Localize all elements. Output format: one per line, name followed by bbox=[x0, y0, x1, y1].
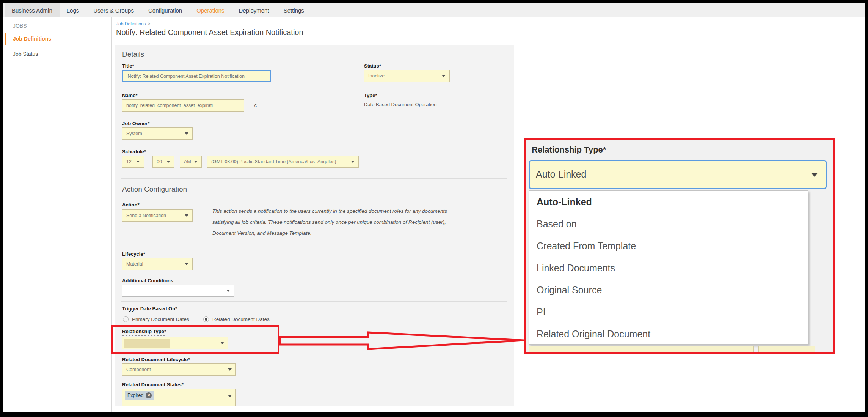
annotation-arrow-icon bbox=[279, 329, 526, 353]
related-lifecycle-label: Related Document Lifecycle* bbox=[122, 357, 190, 362]
caret-down-icon bbox=[351, 161, 355, 163]
caret-down-icon bbox=[136, 161, 140, 163]
nav-tab-operations[interactable]: Operations bbox=[189, 3, 231, 17]
callout-input-value: Auto-Linked bbox=[536, 169, 586, 179]
type-value: Date Based Document Operation bbox=[364, 102, 437, 107]
related-lifecycle-value: Component bbox=[126, 364, 151, 375]
schedule-meridiem-select[interactable]: AM bbox=[180, 156, 202, 168]
title-input[interactable]: Notify: Related Component Asset Expirati… bbox=[122, 70, 271, 82]
name-input-value: notify_related_component_asset_expirati bbox=[126, 100, 213, 111]
nav-tab-settings[interactable]: Settings bbox=[276, 3, 311, 17]
schedule-hour-select[interactable]: 12 bbox=[122, 156, 144, 168]
close-icon[interactable]: ✕ bbox=[146, 392, 152, 398]
section-divider bbox=[121, 301, 507, 302]
action-select-value: Send a Notification bbox=[126, 210, 166, 221]
text-cursor bbox=[127, 73, 127, 79]
section-divider bbox=[121, 178, 507, 179]
caret-down-icon bbox=[228, 395, 232, 397]
chip-label: Expired bbox=[127, 393, 143, 398]
caret-down-icon bbox=[185, 132, 188, 135]
app-window: Business Admin Logs Users & Groups Confi… bbox=[3, 3, 865, 412]
status-select-value: Inactive bbox=[368, 70, 385, 82]
title-input-value: Notify: Related Component Asset Expirati… bbox=[128, 74, 245, 79]
nav-tab-logs[interactable]: Logs bbox=[60, 3, 86, 17]
radio-related-label[interactable]: Related Document Dates bbox=[212, 316, 270, 322]
sidebar-item-job-status[interactable]: Job Status bbox=[13, 51, 38, 57]
type-field-label: Type* bbox=[364, 93, 377, 98]
schedule-minute-select[interactable]: 00 bbox=[152, 156, 174, 168]
schedule-minute-value: 00 bbox=[157, 156, 162, 167]
breadcrumb: Job Definitions> bbox=[116, 21, 151, 27]
selected-state-chip: Expired ✕ bbox=[125, 391, 154, 400]
breadcrumb-link-job-definitions[interactable]: Job Definitions bbox=[116, 21, 146, 27]
action-select[interactable]: Send a Notification bbox=[122, 209, 193, 222]
caret-down-icon bbox=[228, 368, 232, 371]
annotation-highlight-box bbox=[111, 325, 279, 354]
schedule-meridiem-value: AM bbox=[184, 156, 191, 167]
nav-tab-business-admin[interactable]: Business Admin bbox=[5, 3, 60, 17]
top-nav: Business Admin Logs Users & Groups Confi… bbox=[3, 3, 865, 17]
option-linked-documents[interactable]: Linked Documents bbox=[529, 257, 808, 279]
name-field-label: Name* bbox=[122, 93, 137, 98]
callout-relationship-type-input[interactable]: Auto-Linked bbox=[529, 160, 827, 189]
lifecycle-select[interactable]: Material bbox=[122, 258, 193, 270]
job-owner-select-value: System bbox=[126, 128, 142, 139]
sidebar-active-indicator bbox=[5, 33, 6, 45]
action-field-label: Action* bbox=[122, 202, 140, 208]
nav-tab-deployment[interactable]: Deployment bbox=[232, 3, 276, 17]
name-suffix: __c bbox=[249, 102, 257, 108]
title-field-label: Title* bbox=[122, 63, 134, 69]
schedule-colon: : bbox=[147, 158, 149, 164]
option-auto-linked[interactable]: Auto-Linked bbox=[529, 191, 808, 213]
background-field-sliver bbox=[529, 346, 754, 354]
zoom-callout: Relationship Type* Auto-Linked Auto-Link… bbox=[524, 138, 835, 354]
option-related-original-document[interactable]: Related Original Document bbox=[529, 323, 808, 345]
schedule-timezone-value: (GMT-08:00) Pacific Standard Time (Ameri… bbox=[211, 156, 336, 167]
caret-down-icon bbox=[185, 214, 188, 217]
name-input[interactable]: notify_related_component_asset_expirati bbox=[122, 99, 244, 112]
option-original-source[interactable]: Original Source bbox=[529, 279, 808, 301]
related-lifecycle-select[interactable]: Component bbox=[122, 363, 236, 376]
schedule-field-label: Schedule* bbox=[122, 149, 146, 154]
background-field-sliver bbox=[758, 346, 815, 354]
caret-down-icon bbox=[166, 161, 170, 163]
caret-down-icon bbox=[811, 173, 818, 177]
lifecycle-select-value: Material bbox=[126, 258, 143, 270]
breadcrumb-separator: > bbox=[148, 21, 151, 27]
job-owner-select[interactable]: System bbox=[122, 127, 193, 140]
text-cursor bbox=[587, 168, 587, 179]
caret-down-icon bbox=[185, 263, 188, 265]
additional-conditions-select[interactable] bbox=[122, 285, 234, 297]
nav-tab-users-groups[interactable]: Users & Groups bbox=[86, 3, 141, 17]
action-configuration-heading: Action Configuration bbox=[122, 185, 187, 194]
sidebar: JOBS Job Definitions Job Status bbox=[3, 17, 112, 412]
option-based-on[interactable]: Based on bbox=[529, 213, 808, 235]
status-field-label: Status* bbox=[364, 63, 381, 69]
screenshot-frame: Business Admin Logs Users & Groups Confi… bbox=[0, 0, 868, 417]
job-owner-field-label: Job Owner* bbox=[122, 121, 149, 126]
caret-down-icon bbox=[226, 290, 230, 292]
page-title: Notify: Related Component Asset Expirati… bbox=[116, 28, 303, 37]
sidebar-item-job-definitions[interactable]: Job Definitions bbox=[13, 36, 51, 42]
sidebar-section-jobs: JOBS bbox=[13, 23, 27, 29]
nav-tab-configuration[interactable]: Configuration bbox=[141, 3, 189, 17]
radio-related-document-dates[interactable] bbox=[203, 316, 209, 322]
schedule-timezone-select[interactable]: (GMT-08:00) Pacific Standard Time (Ameri… bbox=[207, 156, 359, 168]
related-states-multiselect[interactable]: Expired ✕ bbox=[122, 389, 236, 406]
details-heading: Details bbox=[122, 50, 144, 58]
trigger-date-label: Trigger Date Based On* bbox=[122, 306, 177, 313]
related-states-label: Related Document States* bbox=[122, 382, 184, 387]
lifecycle-field-label: Lifecycle* bbox=[122, 251, 145, 257]
radio-primary-document-dates[interactable] bbox=[123, 316, 129, 322]
callout-options-list: Auto-Linked Based on Created From Templa… bbox=[529, 190, 808, 345]
option-created-from-template[interactable]: Created From Template bbox=[529, 235, 808, 257]
caret-down-icon bbox=[442, 75, 446, 77]
callout-relationship-type-label: Relationship Type* bbox=[532, 145, 606, 157]
status-select[interactable]: Inactive bbox=[364, 70, 450, 82]
radio-primary-label[interactable]: Primary Document Dates bbox=[132, 316, 189, 322]
action-description: This action sends a notification to the … bbox=[212, 206, 463, 239]
additional-conditions-label: Additional Conditions bbox=[122, 278, 173, 283]
caret-down-icon bbox=[194, 161, 198, 163]
schedule-hour-value: 12 bbox=[126, 156, 132, 167]
option-pi[interactable]: PI bbox=[529, 301, 808, 323]
